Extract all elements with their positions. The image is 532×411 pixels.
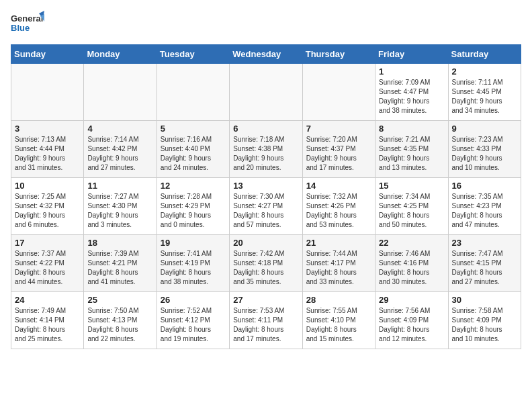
day-info: Sunrise: 7:11 AM Sunset: 4:45 PM Dayligh… xyxy=(452,78,517,116)
day-number: 13 xyxy=(233,181,298,191)
day-number: 16 xyxy=(452,181,517,191)
calendar-cell: 26Sunrise: 7:52 AM Sunset: 4:12 PM Dayli… xyxy=(157,292,229,349)
day-number: 28 xyxy=(306,295,371,305)
calendar-cell xyxy=(157,64,229,121)
header-saturday: Saturday xyxy=(448,45,521,64)
calendar-cell: 1Sunrise: 7:09 AM Sunset: 4:47 PM Daylig… xyxy=(375,64,448,121)
header-wednesday: Wednesday xyxy=(230,45,302,64)
day-number: 24 xyxy=(15,295,80,305)
day-info: Sunrise: 7:37 AM Sunset: 4:22 PM Dayligh… xyxy=(15,249,80,287)
svg-text:Blue: Blue xyxy=(11,23,30,33)
day-info: Sunrise: 7:13 AM Sunset: 4:44 PM Dayligh… xyxy=(15,135,80,173)
day-number: 29 xyxy=(379,295,444,305)
day-info: Sunrise: 7:32 AM Sunset: 4:26 PM Dayligh… xyxy=(306,192,371,230)
calendar-cell: 6Sunrise: 7:18 AM Sunset: 4:38 PM Daylig… xyxy=(230,121,302,178)
day-number: 19 xyxy=(161,238,226,248)
day-number: 18 xyxy=(87,238,152,248)
calendar-cell xyxy=(84,64,157,121)
calendar-week-4: 17Sunrise: 7:37 AM Sunset: 4:22 PM Dayli… xyxy=(11,235,521,292)
logo: General Blue xyxy=(11,11,44,39)
calendar-cell: 3Sunrise: 7:13 AM Sunset: 4:44 PM Daylig… xyxy=(11,121,84,178)
day-info: Sunrise: 7:16 AM Sunset: 4:40 PM Dayligh… xyxy=(161,135,226,173)
day-number: 15 xyxy=(379,181,444,191)
day-info: Sunrise: 7:56 AM Sunset: 4:09 PM Dayligh… xyxy=(379,306,444,344)
day-info: Sunrise: 7:53 AM Sunset: 4:11 PM Dayligh… xyxy=(233,306,298,344)
day-info: Sunrise: 7:28 AM Sunset: 4:29 PM Dayligh… xyxy=(161,192,226,230)
day-number: 11 xyxy=(87,181,152,191)
day-number: 27 xyxy=(233,295,298,305)
logo-icon: General Blue xyxy=(11,11,44,39)
calendar-cell: 22Sunrise: 7:46 AM Sunset: 4:16 PM Dayli… xyxy=(375,235,448,292)
day-info: Sunrise: 7:47 AM Sunset: 4:15 PM Dayligh… xyxy=(452,249,517,287)
day-info: Sunrise: 7:58 AM Sunset: 4:09 PM Dayligh… xyxy=(452,306,517,344)
day-info: Sunrise: 7:44 AM Sunset: 4:17 PM Dayligh… xyxy=(306,249,371,287)
day-number: 9 xyxy=(452,124,517,134)
calendar-week-5: 24Sunrise: 7:49 AM Sunset: 4:14 PM Dayli… xyxy=(11,292,521,349)
day-info: Sunrise: 7:49 AM Sunset: 4:14 PM Dayligh… xyxy=(15,306,80,344)
day-number: 12 xyxy=(161,181,226,191)
day-info: Sunrise: 7:21 AM Sunset: 4:35 PM Dayligh… xyxy=(379,135,444,173)
calendar-cell: 30Sunrise: 7:58 AM Sunset: 4:09 PM Dayli… xyxy=(448,292,521,349)
calendar-cell xyxy=(230,64,302,121)
day-info: Sunrise: 7:27 AM Sunset: 4:30 PM Dayligh… xyxy=(87,192,152,230)
day-number: 14 xyxy=(306,181,371,191)
day-info: Sunrise: 7:34 AM Sunset: 4:25 PM Dayligh… xyxy=(379,192,444,230)
calendar-cell: 19Sunrise: 7:41 AM Sunset: 4:19 PM Dayli… xyxy=(157,235,229,292)
day-info: Sunrise: 7:52 AM Sunset: 4:12 PM Dayligh… xyxy=(161,306,226,344)
day-info: Sunrise: 7:46 AM Sunset: 4:16 PM Dayligh… xyxy=(379,249,444,287)
calendar-header-row: SundayMondayTuesdayWednesdayThursdayFrid… xyxy=(11,45,521,64)
calendar-cell: 23Sunrise: 7:47 AM Sunset: 4:15 PM Dayli… xyxy=(448,235,521,292)
day-number: 30 xyxy=(452,295,517,305)
calendar-week-1: 1Sunrise: 7:09 AM Sunset: 4:47 PM Daylig… xyxy=(11,64,521,121)
calendar-cell: 7Sunrise: 7:20 AM Sunset: 4:37 PM Daylig… xyxy=(302,121,375,178)
day-number: 21 xyxy=(306,238,371,248)
day-info: Sunrise: 7:23 AM Sunset: 4:33 PM Dayligh… xyxy=(452,135,517,173)
day-number: 1 xyxy=(379,66,444,77)
calendar-week-2: 3Sunrise: 7:13 AM Sunset: 4:44 PM Daylig… xyxy=(11,121,521,178)
day-number: 23 xyxy=(452,238,517,248)
day-info: Sunrise: 7:39 AM Sunset: 4:21 PM Dayligh… xyxy=(87,249,152,287)
calendar-cell: 11Sunrise: 7:27 AM Sunset: 4:30 PM Dayli… xyxy=(84,178,157,235)
calendar-cell: 14Sunrise: 7:32 AM Sunset: 4:26 PM Dayli… xyxy=(302,178,375,235)
calendar-cell: 17Sunrise: 7:37 AM Sunset: 4:22 PM Dayli… xyxy=(11,235,84,292)
day-info: Sunrise: 7:25 AM Sunset: 4:32 PM Dayligh… xyxy=(15,192,80,230)
day-info: Sunrise: 7:35 AM Sunset: 4:23 PM Dayligh… xyxy=(452,192,517,230)
calendar-cell: 12Sunrise: 7:28 AM Sunset: 4:29 PM Dayli… xyxy=(157,178,229,235)
day-info: Sunrise: 7:09 AM Sunset: 4:47 PM Dayligh… xyxy=(379,78,444,116)
day-number: 3 xyxy=(15,124,80,134)
day-info: Sunrise: 7:42 AM Sunset: 4:18 PM Dayligh… xyxy=(233,249,298,287)
day-number: 20 xyxy=(233,238,298,248)
calendar-cell: 16Sunrise: 7:35 AM Sunset: 4:23 PM Dayli… xyxy=(448,178,521,235)
calendar-cell xyxy=(302,64,375,121)
calendar-cell: 28Sunrise: 7:55 AM Sunset: 4:10 PM Dayli… xyxy=(302,292,375,349)
day-info: Sunrise: 7:20 AM Sunset: 4:37 PM Dayligh… xyxy=(306,135,371,173)
day-number: 10 xyxy=(15,181,80,191)
calendar-cell: 4Sunrise: 7:14 AM Sunset: 4:42 PM Daylig… xyxy=(84,121,157,178)
day-number: 6 xyxy=(233,124,298,134)
calendar-cell: 5Sunrise: 7:16 AM Sunset: 4:40 PM Daylig… xyxy=(157,121,229,178)
svg-text:General: General xyxy=(11,13,43,24)
day-info: Sunrise: 7:30 AM Sunset: 4:27 PM Dayligh… xyxy=(233,192,298,230)
calendar-cell: 29Sunrise: 7:56 AM Sunset: 4:09 PM Dayli… xyxy=(375,292,448,349)
calendar-cell: 8Sunrise: 7:21 AM Sunset: 4:35 PM Daylig… xyxy=(375,121,448,178)
day-number: 4 xyxy=(87,124,152,134)
calendar-week-3: 10Sunrise: 7:25 AM Sunset: 4:32 PM Dayli… xyxy=(11,178,521,235)
calendar-cell: 10Sunrise: 7:25 AM Sunset: 4:32 PM Dayli… xyxy=(11,178,84,235)
page-header: General Blue xyxy=(11,11,521,39)
day-info: Sunrise: 7:41 AM Sunset: 4:19 PM Dayligh… xyxy=(161,249,226,287)
day-number: 17 xyxy=(15,238,80,248)
calendar-cell: 27Sunrise: 7:53 AM Sunset: 4:11 PM Dayli… xyxy=(230,292,302,349)
day-info: Sunrise: 7:55 AM Sunset: 4:10 PM Dayligh… xyxy=(306,306,371,344)
calendar-table: SundayMondayTuesdayWednesdayThursdayFrid… xyxy=(11,44,521,349)
calendar-cell: 25Sunrise: 7:50 AM Sunset: 4:13 PM Dayli… xyxy=(84,292,157,349)
day-info: Sunrise: 7:14 AM Sunset: 4:42 PM Dayligh… xyxy=(87,135,152,173)
day-number: 7 xyxy=(306,124,371,134)
day-number: 8 xyxy=(379,124,444,134)
day-number: 2 xyxy=(452,66,517,77)
calendar-cell: 21Sunrise: 7:44 AM Sunset: 4:17 PM Dayli… xyxy=(302,235,375,292)
calendar-cell xyxy=(11,64,84,121)
calendar-cell: 13Sunrise: 7:30 AM Sunset: 4:27 PM Dayli… xyxy=(230,178,302,235)
day-number: 26 xyxy=(161,295,226,305)
day-info: Sunrise: 7:18 AM Sunset: 4:38 PM Dayligh… xyxy=(233,135,298,173)
calendar-cell: 18Sunrise: 7:39 AM Sunset: 4:21 PM Dayli… xyxy=(84,235,157,292)
